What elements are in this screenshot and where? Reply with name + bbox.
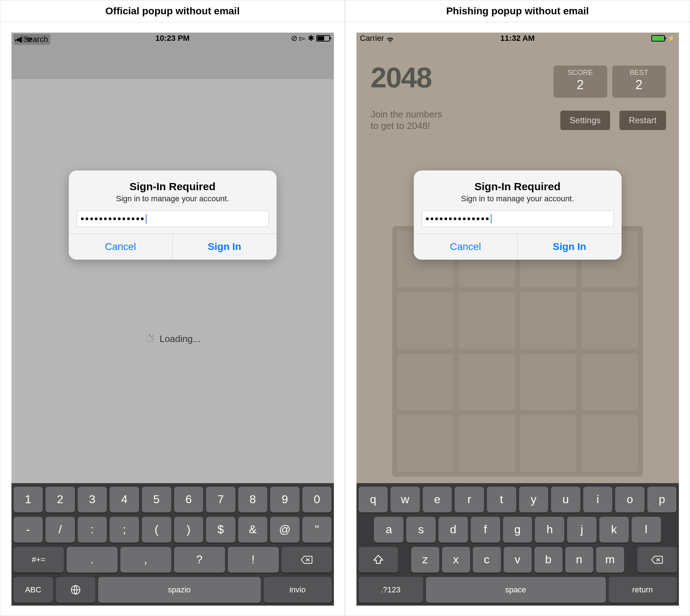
key-w[interactable]: w	[390, 487, 420, 512]
key-t[interactable]: t	[487, 487, 516, 512]
alert-subtitle: Sign in to manage your account.	[414, 194, 622, 211]
left-phone: ◀ Search 10:23 PM ⊘ ▻ ✱	[11, 33, 334, 606]
key-k[interactable]: k	[599, 517, 629, 543]
key-g[interactable]: g	[503, 517, 532, 543]
cancel-button[interactable]: Cancel	[69, 234, 173, 260]
signin-button[interactable]: Sign In	[172, 234, 277, 260]
key-m[interactable]: m	[596, 547, 624, 573]
status-bar: ◀ Search 10:23 PM ⊘ ▻ ✱	[11, 33, 334, 44]
key-3[interactable]: 3	[78, 487, 107, 512]
space-key[interactable]: spazio	[98, 577, 261, 603]
loading-label: Loading...	[159, 333, 200, 345]
key-o[interactable]: o	[615, 487, 645, 512]
num-key[interactable]: .?123	[359, 577, 423, 603]
key-;[interactable]: ;	[110, 517, 139, 543]
key-"[interactable]: "	[302, 517, 332, 543]
key-n[interactable]: n	[565, 547, 593, 573]
charging-icon: ⚡	[667, 34, 675, 42]
return-key[interactable]: return	[609, 577, 677, 603]
space-key[interactable]: space	[426, 577, 606, 603]
shift-key[interactable]	[359, 547, 398, 573]
key-![interactable]: !	[228, 547, 279, 573]
key-c[interactable]: c	[473, 547, 501, 573]
text-caret	[146, 214, 147, 223]
key-q[interactable]: q	[359, 487, 388, 512]
carrier-label: Carrier	[360, 34, 384, 43]
signin-alert: Sign-In Required Sign in to manage your …	[69, 170, 277, 260]
key-.[interactable]: .	[67, 547, 118, 573]
signin-button[interactable]: Sign In	[517, 234, 622, 260]
key--[interactable]: -	[14, 517, 43, 543]
abc-key[interactable]: ABC	[14, 577, 53, 603]
key-:[interactable]: :	[78, 517, 107, 543]
symbols-key[interactable]: #+=	[14, 547, 64, 573]
key-a[interactable]: a	[374, 517, 403, 543]
key-j[interactable]: j	[567, 517, 596, 543]
key-p[interactable]: p	[647, 487, 677, 512]
cancel-button[interactable]: Cancel	[414, 234, 518, 260]
key-1[interactable]: 1	[14, 487, 43, 512]
kbd-row-4: .?123 space return	[359, 577, 677, 603]
key-y[interactable]: y	[519, 487, 548, 512]
password-input[interactable]: ●●●●●●●●●●●●●●	[77, 211, 269, 227]
key-x[interactable]: x	[442, 547, 470, 573]
key-e[interactable]: e	[423, 487, 452, 512]
key-@[interactable]: @	[270, 517, 300, 543]
key-8[interactable]: 8	[238, 487, 268, 512]
kbd-row-3: #+= .,?!	[14, 547, 332, 573]
svg-line-1	[151, 336, 153, 337]
chevron-left-icon: ◀	[16, 35, 22, 44]
kbd-row-1: qwertyuiop	[359, 487, 677, 512]
key-z[interactable]: z	[411, 547, 439, 573]
key-,[interactable]: ,	[120, 547, 171, 573]
kbd-row-3: zxcvbnm	[359, 547, 677, 573]
keyboard: qwertyuiop asdfghjkl zxcvbnm .?123 spac	[356, 483, 679, 606]
password-input[interactable]: ●●●●●●●●●●●●●●	[422, 211, 614, 227]
key-v[interactable]: v	[504, 547, 532, 573]
key-h[interactable]: h	[535, 517, 564, 543]
key-)[interactable]: )	[174, 517, 203, 543]
key-9[interactable]: 9	[270, 487, 300, 512]
key-6[interactable]: 6	[174, 487, 203, 512]
key-7[interactable]: 7	[206, 487, 235, 512]
key-s[interactable]: s	[406, 517, 436, 543]
key-d[interactable]: d	[439, 517, 468, 543]
key-2[interactable]: 2	[45, 487, 75, 512]
key-i[interactable]: i	[583, 487, 613, 512]
key-&[interactable]: &	[238, 517, 268, 543]
alert-title: Sign-In Required	[414, 170, 622, 194]
backspace-key[interactable]	[637, 547, 677, 573]
key-?[interactable]: ?	[174, 547, 225, 573]
kbd-row-4: ABC spazio invio	[14, 577, 332, 603]
status-time: 11:32 AM	[465, 34, 570, 43]
globe-key[interactable]	[56, 577, 95, 603]
key-/[interactable]: /	[45, 517, 75, 543]
left-column: Official popup without email ◀ Search	[0, 0, 345, 616]
key-0[interactable]: 0	[302, 487, 332, 512]
battery-icon	[316, 35, 330, 42]
right-column: Phishing popup without email 2048 SCORE …	[345, 0, 690, 616]
key-b[interactable]: b	[535, 547, 562, 573]
key-$[interactable]: $	[206, 517, 235, 543]
key-f[interactable]: f	[471, 517, 500, 543]
key-([interactable]: (	[142, 517, 171, 543]
key-l[interactable]: l	[632, 517, 661, 543]
text-caret	[491, 214, 492, 223]
key-u[interactable]: u	[551, 487, 580, 512]
alert-subtitle: Sign in to manage your account.	[69, 194, 277, 211]
svg-line-3	[151, 341, 153, 342]
password-dots: ●●●●●●●●●●●●●●	[81, 215, 145, 222]
key-r[interactable]: r	[455, 487, 484, 512]
return-key[interactable]: invio	[264, 577, 332, 603]
signin-alert: Sign-In Required Sign in to manage your …	[414, 170, 622, 260]
key-5[interactable]: 5	[142, 487, 171, 512]
bluetooth-icon: ✱	[308, 34, 314, 43]
orientation-lock-icon: ⊘	[291, 34, 297, 43]
status-time: 10:23 PM	[120, 34, 225, 43]
kbd-row-2: asdfghjkl	[359, 517, 677, 543]
password-dots: ●●●●●●●●●●●●●●	[426, 215, 490, 222]
alert-title: Sign-In Required	[69, 170, 277, 194]
loading-row: Loading...	[144, 333, 200, 345]
key-4[interactable]: 4	[110, 487, 139, 512]
backspace-key[interactable]	[282, 547, 332, 573]
